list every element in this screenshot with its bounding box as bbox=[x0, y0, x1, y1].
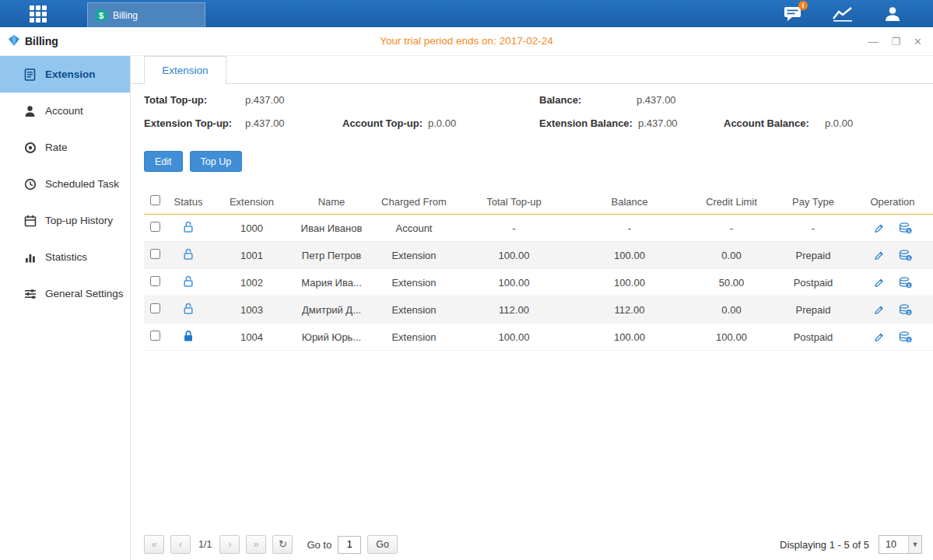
row-checkbox[interactable] bbox=[150, 276, 160, 286]
unlocked-icon bbox=[183, 278, 194, 290]
sidebar-item-general-settings[interactable]: General Settings bbox=[0, 275, 130, 312]
goto-page-input[interactable] bbox=[338, 536, 361, 554]
account-icon bbox=[23, 104, 37, 117]
col-extension: Extension bbox=[211, 196, 293, 208]
pay-type-cell: Postpaid bbox=[774, 331, 852, 343]
messages-icon[interactable]: ! bbox=[782, 5, 804, 23]
chevron-down-icon: ▼ bbox=[908, 536, 921, 553]
sidebar-item-rate[interactable]: Rate bbox=[0, 129, 130, 166]
window-titlebar: Billing Your trial period ends on: 2017-… bbox=[0, 27, 933, 56]
displaying-text: Displaying 1 - 5 of 5 bbox=[780, 539, 869, 551]
name-cell: Мария Ива... bbox=[293, 277, 370, 289]
table-row[interactable]: 1001 Петр Петров Extension 100.00 100.00… bbox=[144, 242, 933, 269]
prev-page-button[interactable]: ‹ bbox=[170, 535, 191, 554]
go-button[interactable]: Go bbox=[367, 535, 398, 554]
row-checkbox[interactable] bbox=[150, 331, 160, 341]
first-page-button[interactable]: « bbox=[144, 535, 164, 554]
credit-limit-cell: 100.00 bbox=[689, 331, 774, 343]
page-size-value: 10 bbox=[879, 539, 908, 550]
row-checkbox[interactable] bbox=[150, 303, 160, 313]
col-operation: Operation bbox=[852, 196, 933, 208]
name-cell: Дмитрий Д... bbox=[293, 304, 370, 316]
top-up-coins-icon[interactable]: $ bbox=[899, 277, 912, 289]
edit-icon[interactable] bbox=[873, 304, 885, 316]
user-account-icon[interactable] bbox=[882, 5, 903, 23]
sidebar: Extension Account Rate Scheduled Task bbox=[0, 56, 131, 560]
row-checkbox[interactable] bbox=[150, 222, 160, 232]
balance-cell: 100.00 bbox=[570, 277, 689, 289]
total-topup-cell: 100.00 bbox=[458, 331, 570, 343]
sidebar-item-label: Statistics bbox=[45, 251, 87, 263]
settings-sliders-icon bbox=[23, 287, 37, 300]
pay-type-cell: Prepaid bbox=[774, 250, 852, 261]
edit-icon[interactable] bbox=[873, 277, 885, 289]
sidebar-item-label: General Settings bbox=[45, 288, 124, 299]
page-size-select[interactable]: 10 ▼ bbox=[879, 535, 922, 554]
maximize-icon[interactable]: ❐ bbox=[891, 36, 900, 47]
billing-tab-label: Billing bbox=[113, 10, 138, 21]
tab-strip: Extension bbox=[131, 56, 933, 84]
col-balance: Balance bbox=[570, 196, 689, 208]
billing-app-tab[interactable]: $ Billing bbox=[87, 2, 205, 27]
charged-from-cell: Extension bbox=[370, 250, 458, 261]
charged-from-cell: Account bbox=[370, 222, 458, 234]
credit-limit-cell: 0.00 bbox=[689, 304, 774, 316]
locked-icon bbox=[183, 333, 194, 345]
col-total-topup: Total Top-up bbox=[458, 196, 570, 208]
statistics-chart-icon[interactable] bbox=[832, 5, 854, 23]
sidebar-item-account[interactable]: Account bbox=[0, 93, 130, 129]
apps-menu-icon[interactable] bbox=[30, 5, 51, 23]
account-balance-label: Account Balance: bbox=[724, 112, 809, 135]
table-row[interactable]: 1004 Юрий Юрь... Extension 100.00 100.00… bbox=[144, 324, 933, 351]
sidebar-item-extension[interactable]: Extension bbox=[0, 56, 130, 93]
next-page-button[interactable]: › bbox=[219, 535, 240, 554]
unlocked-icon bbox=[183, 306, 194, 317]
extension-balance-value: p.437.00 bbox=[638, 112, 678, 135]
extension-topup-label: Extension Top-up: bbox=[144, 112, 232, 135]
sidebar-item-scheduled-task[interactable]: Scheduled Task bbox=[0, 166, 130, 202]
balance-cell: 100.00 bbox=[570, 250, 689, 261]
sidebar-item-label: Extension bbox=[45, 68, 96, 80]
col-name: Name bbox=[293, 196, 370, 208]
top-up-coins-icon[interactable]: $ bbox=[899, 304, 912, 316]
extension-topup-value: p.437.00 bbox=[245, 112, 285, 135]
table-row[interactable]: 1002 Мария Ива... Extension 100.00 100.0… bbox=[144, 269, 933, 296]
tab-extension[interactable]: Extension bbox=[144, 56, 226, 85]
notification-badge: ! bbox=[798, 1, 808, 10]
close-icon[interactable]: ✕ bbox=[914, 36, 922, 47]
balance-cell: 112.00 bbox=[570, 304, 689, 316]
total-topup-cell: 112.00 bbox=[458, 304, 570, 316]
sidebar-item-label: Scheduled Task bbox=[45, 178, 119, 190]
col-charged-from: Charged From bbox=[370, 196, 458, 208]
select-all-checkbox[interactable] bbox=[150, 195, 160, 205]
unlocked-icon bbox=[183, 224, 194, 236]
sidebar-item-topup-history[interactable]: Top-up History bbox=[0, 202, 130, 239]
edit-icon[interactable] bbox=[873, 250, 885, 261]
credit-limit-cell: - bbox=[689, 222, 774, 234]
refresh-button[interactable]: ↻ bbox=[272, 535, 293, 554]
edit-icon[interactable] bbox=[873, 331, 885, 343]
table-row[interactable]: 1003 Дмитрий Д... Extension 112.00 112.0… bbox=[144, 296, 933, 324]
last-page-button[interactable]: » bbox=[246, 535, 266, 554]
sidebar-item-statistics[interactable]: Statistics bbox=[0, 239, 130, 275]
edit-icon[interactable] bbox=[873, 222, 885, 234]
trial-notice: Your trial period ends on: 2017-02-24 bbox=[0, 27, 933, 55]
pagination-bar: « ‹ 1/1 › » ↻ Go to Go Displaying 1 - 5 … bbox=[144, 534, 922, 555]
row-checkbox[interactable] bbox=[150, 249, 160, 259]
top-up-coins-icon[interactable]: $ bbox=[899, 331, 912, 343]
charged-from-cell: Extension bbox=[370, 331, 458, 343]
top-up-coins-icon[interactable]: $ bbox=[899, 222, 912, 234]
total-topup-cell: 100.00 bbox=[458, 250, 570, 261]
extension-icon bbox=[23, 68, 37, 81]
minimize-icon[interactable]: — bbox=[868, 36, 878, 47]
top-up-button[interactable]: Top Up bbox=[190, 151, 243, 172]
extension-cell: 1004 bbox=[211, 331, 293, 343]
main-content: Extension Total Top-up: p.437.00 Balance… bbox=[131, 56, 933, 560]
table-row[interactable]: 1000 Иван Иванов Account - - - - bbox=[144, 215, 933, 242]
pay-type-cell: Prepaid bbox=[774, 304, 852, 316]
top-up-coins-icon[interactable]: $ bbox=[899, 250, 912, 261]
balance-cell: 100.00 bbox=[570, 331, 689, 343]
edit-button[interactable]: Edit bbox=[144, 151, 183, 172]
balance-value: p.437.00 bbox=[637, 89, 676, 112]
sidebar-item-label: Top-up History bbox=[45, 215, 113, 226]
